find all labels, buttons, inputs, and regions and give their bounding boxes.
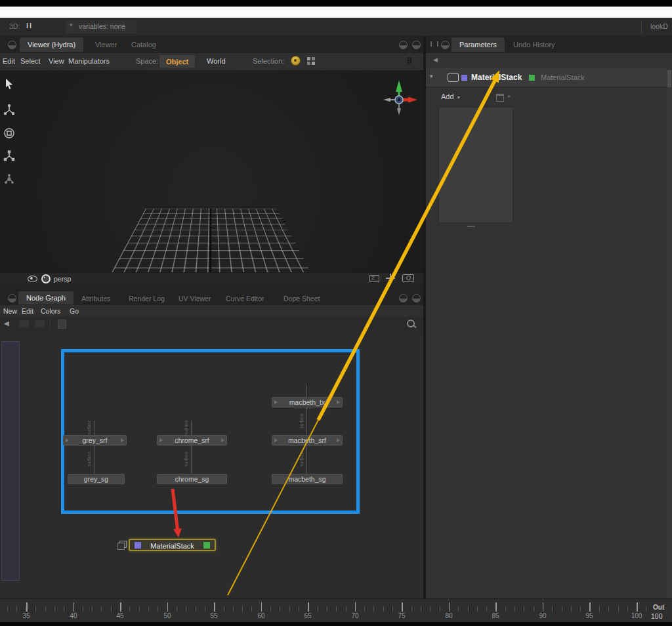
pane-menu-icon[interactable] (441, 41, 450, 49)
disclosure-triangle-icon[interactable]: ▾ (430, 73, 433, 79)
parameter-node-type: MaterialStack (541, 73, 585, 81)
menu-go[interactable]: Go (70, 307, 79, 315)
space-object-label: Object (166, 58, 188, 66)
node-wire (306, 385, 307, 397)
input-port-icon[interactable] (274, 400, 278, 404)
output-port-icon[interactable] (337, 438, 340, 442)
bottom-black-strip (0, 622, 672, 626)
material-stack-listbox[interactable] (438, 107, 513, 223)
wire-port-label: surface (87, 420, 91, 435)
node-chrome-sg[interactable]: chrome_sg (157, 474, 227, 484)
pane-close-icon[interactable] (412, 41, 421, 49)
input-port-icon[interactable] (274, 438, 278, 442)
pane-menu-icon[interactable] (8, 294, 16, 303)
wire-port-label: surface (299, 413, 304, 428)
node-label: macbeth_srf (288, 436, 326, 444)
pane-split-icon[interactable] (399, 294, 408, 303)
tab-viewer-hydra[interactable]: Viewer (Hydra) (20, 37, 83, 52)
scale-tool-icon[interactable] (3, 150, 17, 164)
wire-port-label: surface (87, 451, 91, 467)
timeline-out-value[interactable]: 100 (651, 612, 663, 620)
pane-gap (0, 284, 423, 291)
node-chrome-srf[interactable]: chrome_srf (157, 435, 227, 446)
pause-icon[interactable]: II (26, 22, 33, 30)
pane-close-icon[interactable] (412, 294, 421, 303)
listbox-resize-handle[interactable] (467, 226, 475, 227)
axis-gizmo (378, 76, 420, 121)
input-port-icon[interactable] (159, 438, 163, 442)
history-button[interactable] (35, 320, 45, 327)
input-port-icon[interactable] (66, 438, 69, 442)
pane-menu-icon[interactable] (8, 41, 16, 49)
menu-select[interactable]: Select (20, 57, 41, 65)
history-button[interactable] (20, 320, 29, 327)
tab-uv-viewer[interactable]: UV Viewer (178, 295, 211, 303)
timeline-tick-label: 75 (398, 612, 405, 619)
visibility-eye-icon[interactable] (28, 276, 37, 282)
wire-port-label: surface (184, 420, 188, 435)
chevron-down-icon: ▾ (70, 22, 73, 28)
node-label: chrome_srf (175, 436, 209, 444)
menu-edit[interactable]: Edit (3, 57, 15, 65)
bookmark-icon[interactable] (58, 320, 66, 329)
expand-right-icon[interactable]: ▸ (508, 93, 511, 99)
tab-undo-history[interactable]: Undo History (513, 41, 555, 49)
node-grey-sg[interactable]: grey_sg (68, 474, 125, 484)
tab-render-log[interactable]: Render Log (129, 295, 165, 303)
tab-catalog[interactable]: Catalog (131, 41, 156, 49)
list-options-icon[interactable] (496, 94, 504, 102)
tab-curve-editor[interactable]: Curve Editor (226, 295, 264, 303)
output-port-icon[interactable] (221, 438, 224, 442)
transform-tool-icon[interactable] (3, 173, 17, 187)
tab-attributes[interactable]: Attributes (81, 295, 110, 303)
space-world-button[interactable]: World (207, 57, 226, 65)
menu-colors[interactable]: Colors (41, 307, 60, 315)
nodegraph-minimap[interactable] (1, 341, 20, 581)
tab-viewer[interactable]: Viewer (95, 41, 117, 49)
camera-icon[interactable] (402, 274, 414, 282)
pan-move-icon[interactable] (386, 274, 395, 283)
menu-view[interactable]: View (49, 57, 64, 65)
pane-split-icon[interactable] (399, 41, 408, 49)
tab-parameters[interactable]: Parameters (452, 37, 505, 52)
space-object-button[interactable]: Object (159, 55, 195, 68)
node-macbeth-sg[interactable]: macbeth_sg (272, 474, 343, 484)
node-macbeth-srf[interactable]: macbeth_srf (272, 435, 343, 446)
scrollbar-thumb[interactable] (667, 70, 671, 87)
material-purple-chip (135, 542, 141, 549)
scrollbar-track[interactable] (667, 70, 672, 598)
add-button[interactable]: Add ▾ (441, 93, 460, 100)
output-port-icon[interactable] (337, 400, 340, 404)
timeline-tick-label: 65 (304, 612, 311, 619)
search-icon[interactable] (407, 320, 415, 327)
camera-select-icon[interactable] (41, 274, 51, 283)
menu-manipulators[interactable]: Manipulators (68, 57, 110, 65)
snapping-icon[interactable]: 9 (407, 55, 412, 66)
node-grey-srf[interactable]: grey_srf (63, 435, 127, 446)
menu-edit[interactable]: Edit (22, 307, 33, 315)
selection-coin-icon[interactable] (291, 56, 301, 66)
pane-grip-icon[interactable] (430, 41, 438, 47)
tab-dope-sheet[interactable]: Dope Sheet (284, 295, 320, 303)
menu-new[interactable]: New (3, 307, 17, 315)
node-flag-icon[interactable] (119, 541, 127, 548)
output-port-icon[interactable] (121, 438, 124, 442)
space-label: Space: (136, 57, 158, 65)
back-arrow-icon[interactable]: ◀ (4, 320, 9, 327)
select-tool-icon[interactable] (3, 77, 17, 92)
timeline-tick-label: 35 (22, 612, 30, 619)
translate-tool-icon[interactable] (3, 104, 17, 118)
selection-grid-icon[interactable] (307, 57, 310, 60)
timeline-tick-label: 40 (70, 612, 77, 619)
tab-node-graph[interactable]: Node Graph (18, 291, 74, 304)
selection-label: Selection: (253, 57, 284, 65)
back-arrow-icon[interactable]: ◀ (433, 56, 438, 63)
timeline-tick-label: 55 (210, 612, 217, 619)
node-label: grey_srf (83, 436, 108, 444)
node-wire (191, 446, 192, 474)
rotate-tool-icon[interactable] (3, 127, 17, 141)
node-materialstack[interactable]: MaterialStack (129, 539, 216, 551)
render-layer-icon[interactable] (369, 275, 379, 282)
camera-name[interactable]: persp (54, 275, 71, 283)
node-macbeth-tx[interactable]: macbeth_tx (272, 397, 343, 407)
